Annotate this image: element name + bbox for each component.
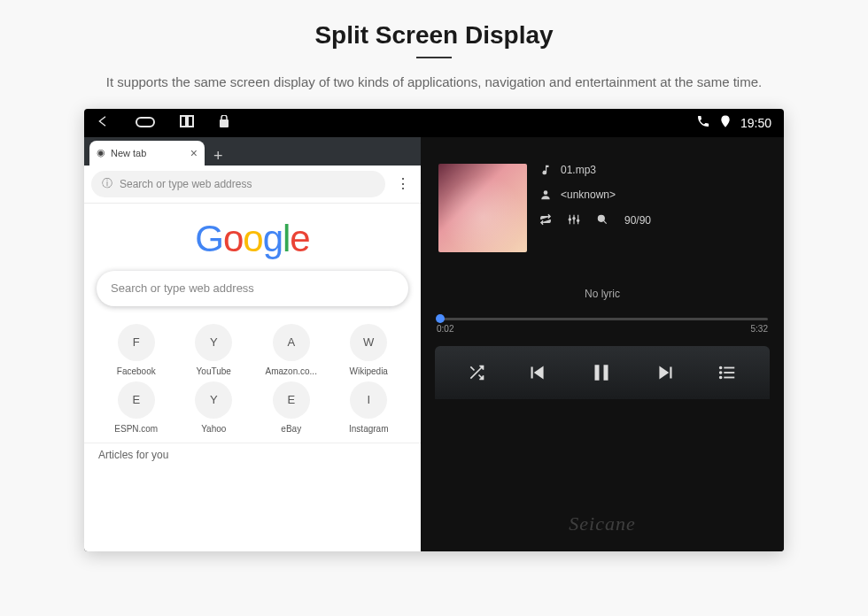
shortcut-icon: Y (195, 381, 232, 419)
back-icon[interactable] (97, 114, 111, 132)
playback-options: 90/90 (539, 213, 766, 228)
svg-point-24 (720, 376, 722, 378)
menu-icon[interactable]: ⋮ (392, 175, 414, 192)
svg-rect-17 (594, 365, 599, 381)
shortcut-facebook[interactable]: FFacebook (100, 324, 173, 376)
repeat-icon[interactable] (539, 213, 552, 228)
recent-apps-icon[interactable] (180, 115, 194, 131)
track-counter: 90/90 (624, 214, 651, 227)
total-time: 5:32 (751, 324, 768, 334)
svg-point-14 (577, 219, 579, 221)
shortcut-icon: A (273, 324, 310, 361)
progress-area: 0:02 5:32 (421, 309, 784, 337)
person-icon (539, 189, 552, 201)
browser-tab[interactable]: ◉ New tab × (89, 141, 205, 166)
device-frame: 19:50 ◉ New tab × + ⓘ Search or type web… (84, 109, 784, 551)
watermark: Seicane (569, 512, 635, 535)
tab-label: New tab (111, 148, 146, 158)
address-input[interactable]: ⓘ Search or type web address (91, 171, 385, 197)
track-title-row: 01.mp3 (539, 164, 766, 176)
svg-point-23 (720, 372, 722, 373)
page-subtitle: It supports the same screen display of t… (44, 73, 824, 93)
svg-point-5 (544, 190, 548, 195)
playlist-button[interactable] (717, 363, 737, 382)
shortcut-espn[interactable]: EESPN.com (100, 381, 173, 434)
shortcut-yahoo[interactable]: YYahoo (178, 381, 251, 434)
shuffle-button[interactable] (468, 364, 485, 381)
elapsed-time: 0:02 (437, 324, 453, 334)
track-title: 01.mp3 (561, 164, 596, 176)
progress-slider[interactable] (437, 318, 768, 320)
svg-rect-0 (136, 118, 154, 127)
shortcut-icon: E (118, 381, 155, 419)
browser-pane: ◉ New tab × + ⓘ Search or type web addre… (84, 137, 421, 551)
music-note-icon (539, 164, 552, 176)
tab-strip: ◉ New tab × + (84, 137, 421, 166)
shortcut-icon: Y (195, 324, 232, 361)
svg-point-4 (724, 119, 726, 121)
status-right: 19:50 (696, 114, 771, 131)
svg-rect-18 (603, 365, 608, 381)
shortcut-icon: I (350, 381, 387, 419)
address-placeholder: Search or type web address (120, 178, 252, 190)
shortcut-label: Facebook (117, 366, 156, 376)
shortcut-wikipedia[interactable]: WWikipedia (333, 324, 406, 376)
svg-point-13 (573, 217, 575, 219)
svg-rect-3 (220, 119, 229, 127)
info-icon: ⓘ (102, 176, 112, 191)
shortcut-label: Instagram (349, 424, 388, 434)
shortcut-grid: FFacebook YYouTube AAmazon.co... WWikipe… (84, 306, 421, 443)
svg-line-16 (603, 220, 606, 223)
shortcut-icon: W (350, 324, 387, 361)
svg-point-15 (598, 215, 604, 221)
shortcut-ebay[interactable]: EeBay (255, 381, 328, 434)
search-placeholder: Search or type web address (111, 281, 254, 295)
google-logo: Google (84, 204, 421, 271)
track-meta: 01.mp3 <unknown> 90/90 (539, 164, 766, 252)
shortcut-label: ESPN.com (114, 424, 158, 434)
title-divider (416, 57, 452, 58)
search-input[interactable]: Search or type web address (97, 271, 408, 306)
shortcut-label: eBay (281, 424, 301, 434)
shortcut-icon: E (273, 381, 310, 419)
new-tab-button[interactable]: + (205, 147, 232, 166)
phone-icon (696, 114, 710, 131)
shortcut-label: Wikipedia (350, 366, 388, 376)
artist-row: <unknown> (539, 189, 766, 201)
shortcut-icon: F (118, 324, 155, 361)
shortcut-label: Yahoo (201, 424, 226, 434)
location-icon (719, 114, 732, 131)
home-icon[interactable] (136, 115, 155, 131)
equalizer-icon[interactable] (568, 213, 580, 228)
svg-point-22 (720, 366, 722, 368)
no-lyric-text: No lyric (421, 261, 784, 309)
prev-button[interactable] (525, 361, 548, 384)
svg-rect-1 (181, 116, 186, 127)
clock-time: 19:50 (740, 116, 771, 130)
shortcut-instagram[interactable]: IInstagram (333, 381, 406, 434)
close-tab-icon[interactable]: × (190, 146, 198, 160)
search-icon[interactable] (596, 213, 608, 228)
lock-icon (219, 115, 229, 131)
url-bar: ⓘ Search or type web address ⋮ (84, 166, 421, 204)
shortcut-amazon[interactable]: AAmazon.co... (255, 324, 328, 376)
next-button[interactable] (655, 361, 678, 384)
artist-name: <unknown> (561, 189, 616, 201)
shortcut-label: Amazon.co... (266, 366, 317, 376)
music-player-pane: 01.mp3 <unknown> 90/90 (421, 137, 784, 551)
svg-point-12 (569, 218, 570, 219)
shortcut-label: YouTube (197, 366, 231, 376)
shortcut-youtube[interactable]: YYouTube (178, 324, 251, 376)
player-controls (435, 346, 770, 399)
svg-rect-2 (188, 116, 193, 127)
album-art (438, 164, 527, 252)
globe-icon: ◉ (97, 147, 105, 158)
android-statusbar: 19:50 (84, 109, 784, 137)
articles-heading: Articles for you (84, 443, 421, 466)
play-pause-button[interactable] (588, 359, 615, 386)
nav-buttons (97, 114, 229, 132)
page-title: Split Screen Display (35, 21, 833, 50)
